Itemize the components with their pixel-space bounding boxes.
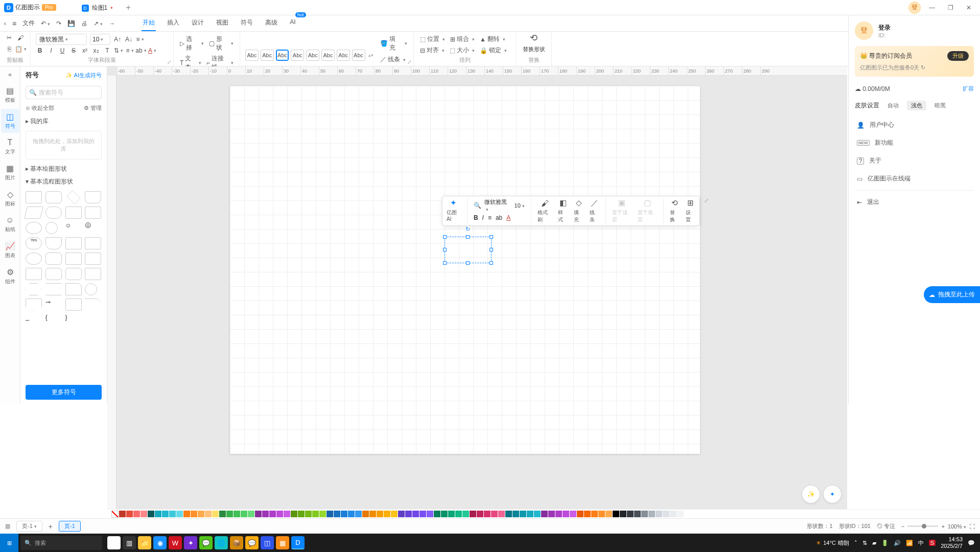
line-spacing-icon[interactable]: ⇅ bbox=[114, 47, 123, 55]
style-swatch-4[interactable]: Abc bbox=[291, 50, 304, 61]
maximize-button[interactable]: ❐ bbox=[943, 1, 958, 15]
tab-advanced[interactable]: 高级 bbox=[264, 15, 278, 31]
ai-generate-button[interactable]: ✨ AI生成符号 bbox=[65, 72, 102, 79]
tray-chevron[interactable]: ˄ bbox=[854, 540, 857, 546]
font-size-select[interactable]: 10 bbox=[90, 34, 110, 45]
shape-12[interactable]: ☹ bbox=[85, 222, 101, 234]
ft-fontsize[interactable]: 10 bbox=[515, 202, 525, 209]
color-swatch[interactable] bbox=[312, 511, 319, 517]
dock-text[interactable]: T文字 bbox=[1, 135, 19, 158]
shape-36[interactable] bbox=[85, 314, 101, 326]
shape-20[interactable] bbox=[85, 252, 101, 265]
color-swatch[interactable] bbox=[448, 511, 455, 517]
shape-32[interactable] bbox=[85, 298, 101, 311]
bold-icon[interactable]: B bbox=[36, 47, 44, 55]
color-swatch[interactable] bbox=[162, 511, 169, 517]
export-button[interactable]: ↗ bbox=[94, 20, 103, 27]
align-icon[interactable]: ≡ bbox=[136, 35, 144, 43]
format-painter-icon[interactable]: 🖌 bbox=[16, 34, 25, 42]
select-tool[interactable]: ▷ 选择 bbox=[179, 34, 205, 53]
paste-icon[interactable]: 📋 bbox=[16, 45, 25, 53]
no-color-swatch[interactable] bbox=[111, 511, 119, 518]
tb-app-3[interactable]: 📁 bbox=[138, 536, 151, 549]
ft-settings[interactable]: ⊞设置 bbox=[686, 198, 695, 223]
shape-roundrect[interactable] bbox=[45, 191, 62, 203]
color-swatch[interactable] bbox=[520, 511, 526, 517]
color-swatch[interactable] bbox=[362, 511, 369, 517]
ft-fontcolor[interactable]: A bbox=[506, 214, 510, 221]
upload-drop-tab[interactable]: ☁ 拖拽至此上传 bbox=[924, 286, 980, 303]
tray-input-icon[interactable]: S bbox=[929, 540, 936, 546]
color-swatch[interactable] bbox=[419, 511, 426, 517]
zoom-value[interactable]: 100% bbox=[948, 523, 966, 530]
login-avatar[interactable]: 登 bbox=[908, 2, 921, 14]
tab-ai[interactable]: AIhot bbox=[289, 15, 296, 31]
style-nav-icon[interactable]: ▴▾ bbox=[367, 51, 376, 59]
dock-icon[interactable]: ◇图标 bbox=[1, 187, 19, 211]
tab-insert[interactable]: 插入 bbox=[166, 15, 180, 31]
skin-auto[interactable]: 自动 bbox=[883, 101, 903, 110]
shape-11[interactable]: ☺ bbox=[65, 222, 82, 234]
italic-icon[interactable]: I bbox=[47, 47, 55, 55]
ft-ai[interactable]: ✦亿图AI bbox=[447, 198, 461, 222]
style-swatch-6[interactable]: Abc bbox=[321, 50, 335, 61]
tray-ime-icon[interactable]: 中 bbox=[918, 539, 924, 547]
shape-27[interactable] bbox=[65, 283, 82, 295]
new-tab-button[interactable]: + bbox=[122, 3, 134, 12]
hamburger-icon[interactable]: ≡ bbox=[12, 19, 16, 28]
share-button[interactable]: → bbox=[109, 20, 115, 27]
color-swatch[interactable] bbox=[219, 511, 226, 517]
align-button[interactable]: ⊟ 对齐 bbox=[419, 45, 446, 56]
font-color-icon[interactable]: A bbox=[148, 47, 156, 55]
color-swatch[interactable] bbox=[241, 511, 247, 517]
color-swatch[interactable] bbox=[412, 511, 419, 517]
color-swatch[interactable] bbox=[641, 511, 648, 517]
undo-button[interactable]: ↶ bbox=[41, 20, 50, 27]
tb-app-13[interactable]: D bbox=[291, 536, 305, 549]
color-swatch[interactable] bbox=[620, 511, 626, 517]
file-menu[interactable]: 文件 bbox=[22, 19, 35, 28]
ft-case[interactable]: ab bbox=[496, 214, 502, 221]
color-swatch[interactable] bbox=[205, 511, 212, 517]
tab-design[interactable]: 设计 bbox=[191, 15, 205, 31]
weather-widget[interactable]: ☀ 14°C 晴朗 bbox=[816, 539, 849, 547]
shape-34[interactable]: { bbox=[45, 314, 62, 326]
shape-31[interactable] bbox=[65, 298, 82, 311]
color-swatch[interactable] bbox=[119, 511, 126, 517]
taskbar-clock[interactable]: 14:53 2025/2/7 bbox=[941, 536, 963, 549]
shape-5[interactable] bbox=[24, 206, 43, 219]
ft-replace[interactable]: ⟲替换 bbox=[670, 198, 680, 223]
color-swatch[interactable] bbox=[512, 511, 519, 517]
fill-button[interactable]: 🪣 填充 bbox=[379, 34, 408, 53]
login-title[interactable]: 登录 bbox=[878, 24, 891, 32]
case-icon[interactable]: ab bbox=[137, 47, 145, 55]
ft-align[interactable]: ≡ bbox=[488, 214, 492, 221]
ft-format-painter[interactable]: 🖌格式刷 bbox=[538, 198, 552, 223]
tray-battery-icon[interactable]: 🔋 bbox=[881, 540, 889, 546]
color-swatch[interactable] bbox=[191, 511, 197, 517]
tab-symbol[interactable]: 符号 bbox=[240, 15, 254, 31]
document-tab[interactable]: D 绘图1 • bbox=[77, 1, 118, 15]
ft-font[interactable]: 微软雅黑 bbox=[484, 198, 508, 212]
color-swatch[interactable] bbox=[548, 511, 555, 517]
color-swatch[interactable] bbox=[405, 511, 412, 517]
back-button[interactable]: ‹ bbox=[4, 20, 6, 27]
color-swatch[interactable] bbox=[334, 511, 340, 517]
subscript-icon[interactable]: x₂ bbox=[92, 47, 100, 55]
tb-app-9[interactable]: 📦 bbox=[230, 536, 243, 549]
color-swatch[interactable] bbox=[505, 511, 512, 517]
color-swatch[interactable] bbox=[455, 511, 462, 517]
section-basic[interactable]: ▸ 基本绘图形状 bbox=[20, 163, 107, 175]
color-swatch[interactable] bbox=[348, 511, 355, 517]
resize-handle-e[interactable] bbox=[489, 248, 493, 251]
shape-28[interactable] bbox=[85, 283, 97, 295]
color-swatch[interactable] bbox=[570, 511, 576, 517]
skin-dark[interactable]: 暗黑 bbox=[930, 101, 950, 110]
color-swatch[interactable] bbox=[613, 511, 619, 517]
shape-15[interactable] bbox=[65, 237, 82, 249]
color-swatch[interactable] bbox=[176, 511, 183, 517]
color-swatch[interactable] bbox=[634, 511, 641, 517]
menu-about[interactable]: ?关于 bbox=[855, 152, 974, 169]
dock-symbols[interactable]: ◫符号 bbox=[1, 109, 19, 133]
color-swatch[interactable] bbox=[355, 511, 362, 517]
